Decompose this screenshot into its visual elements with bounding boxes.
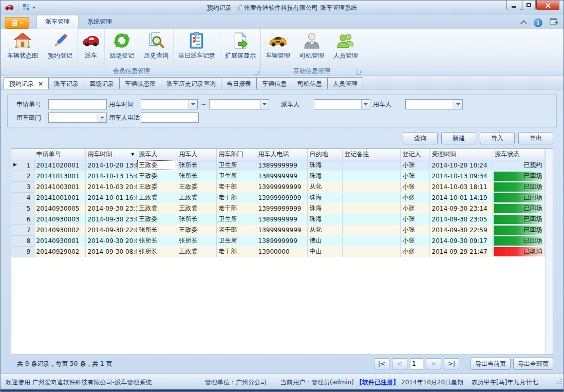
cell-dest[interactable]: 中山 (307, 246, 342, 257)
cell-use-time[interactable]: 2014-10-03 20:00 (85, 181, 137, 192)
order-no-input[interactable] (48, 99, 107, 109)
cell-dispatch-status[interactable]: 已回场 (493, 171, 544, 181)
column-header[interactable]: 受理时间 (429, 149, 493, 160)
cell-dispatcher[interactable]: 王政委 (137, 192, 177, 203)
cell-dispatcher[interactable]: 王政委 (137, 181, 177, 192)
cell-remark[interactable] (342, 225, 400, 235)
cell-registrant[interactable]: 小张 (400, 181, 429, 192)
doc-tab[interactable]: 人员管理 (327, 77, 363, 89)
row-indicator-cell[interactable]: ▶1 (11, 160, 34, 171)
maximize-button[interactable] (522, 1, 536, 10)
cell-dest[interactable]: 从化 (307, 225, 342, 235)
table-row[interactable]: 6201409300032014-09-30 23:00王政委张所长卫生所138… (11, 214, 544, 225)
user-combo[interactable] (405, 99, 463, 109)
chevron-down-icon[interactable] (260, 100, 269, 109)
cell-use-time[interactable]: 2014-09-30 23:00 (85, 214, 137, 225)
cell-accepted[interactable]: 2014-09-30 23:05 (429, 214, 493, 225)
cell-order-no[interactable]: 20141013001 (34, 171, 85, 181)
column-header[interactable]: 目的地 (307, 149, 342, 160)
cell-dispatch-status[interactable]: 已回场 (493, 192, 544, 203)
cell-registrant[interactable]: 小张 (400, 225, 429, 235)
next-page-button[interactable]: > (426, 358, 441, 369)
collapse-ribbon-icon[interactable] (521, 21, 527, 24)
cell-remark[interactable] (342, 181, 400, 192)
cell-remark[interactable] (342, 214, 400, 225)
today-dispatch-records-button[interactable]: 当日派车记录 (173, 29, 220, 67)
quick-access-dropdown-icon[interactable] (32, 7, 35, 9)
column-header[interactable]: 用车部门 (216, 149, 256, 160)
cell-registrant[interactable]: 小张 (400, 160, 429, 171)
vehicle-status-map-button[interactable]: 车辆状态图 (3, 29, 43, 67)
resize-grip[interactable] (556, 378, 562, 384)
reservation-register-button[interactable]: 预约登记 (43, 29, 77, 67)
column-header[interactable]: 用车时间▼ (85, 149, 137, 160)
export-all-pages-button[interactable]: 导出全部页 (513, 358, 553, 370)
cell-remark[interactable] (342, 235, 400, 246)
cell-user[interactable]: 王政委 (177, 203, 216, 214)
return-register-button[interactable]: 回场登记 (104, 29, 139, 67)
new-button[interactable]: 新建 (441, 132, 476, 144)
cell-accepted[interactable]: 2014-09-30 09:17 (429, 235, 493, 246)
cell-dept[interactable]: 老干部 (216, 192, 256, 203)
cell-phone[interactable]: 13999999999 (256, 181, 307, 192)
chevron-down-icon[interactable] (98, 113, 106, 122)
column-header[interactable]: 登记人 (400, 149, 429, 160)
row-indicator-cell[interactable]: 7 (11, 225, 34, 235)
cell-accepted[interactable]: 2014-10-20 10:24 (429, 160, 493, 171)
cell-remark[interactable] (342, 246, 400, 257)
cell-dest[interactable]: 珠海 (307, 160, 342, 171)
cell-dept[interactable]: 老干部 (216, 203, 256, 214)
cell-registrant[interactable]: 小张 (400, 235, 429, 246)
close-tab-icon[interactable]: × (38, 80, 43, 87)
use-time-to-combo[interactable] (209, 99, 269, 109)
table-row[interactable]: 3201410030012014-10-03 20:00王政委王政委老干部139… (11, 181, 544, 192)
info-icon[interactable]: i (534, 18, 542, 27)
column-header[interactable]: 派车状态 (493, 149, 544, 160)
export-button[interactable]: 导出 (518, 132, 553, 144)
cell-phone[interactable]: 1389999999 (256, 235, 307, 246)
cell-dispatcher[interactable]: 张所长 (137, 246, 177, 257)
cell-dept[interactable]: 老干部 (216, 181, 256, 192)
cell-remark[interactable] (342, 160, 400, 171)
dispatch-button[interactable]: 派车 (77, 29, 104, 67)
row-indicator-cell[interactable]: 3 (11, 181, 34, 192)
cell-dept[interactable]: 老干部 (216, 246, 256, 257)
cell-registrant[interactable]: 小张 (400, 192, 429, 203)
cell-dispatch-status[interactable]: 已回场 (493, 203, 544, 214)
cell-dest[interactable]: 珠海 (307, 203, 342, 214)
cell-order-no[interactable]: 20140930003 (34, 214, 85, 225)
cell-remark[interactable] (342, 171, 400, 181)
table-row[interactable]: 2201410130012014-10-13 15:00王政委张所长卫生所138… (11, 171, 544, 181)
cell-order-no[interactable]: 20141020001 (34, 160, 85, 171)
ribbon-tab-dispatch[interactable]: 派车管理 (36, 15, 79, 29)
cell-order-no[interactable]: 20140930001 (34, 235, 85, 246)
cell-dest[interactable]: 从化 (307, 181, 342, 192)
cell-use-time[interactable]: 2014-10-01 16:00 (85, 192, 137, 203)
doc-tab[interactable]: 车辆信息 (256, 77, 292, 89)
cell-user[interactable]: 张所长 (177, 214, 216, 225)
minimize-button[interactable] (506, 1, 521, 10)
column-header[interactable]: 用车人 (177, 149, 216, 160)
doc-tab[interactable]: 预约记录× (4, 77, 49, 89)
cell-dest[interactable]: 珠海 (307, 214, 342, 225)
cell-order-no[interactable]: 20140929002 (34, 246, 85, 257)
cell-dispatch-status[interactable]: 已回场 (493, 235, 544, 246)
cell-registrant[interactable]: 小张 (400, 246, 429, 257)
page-number-input[interactable] (410, 358, 423, 369)
personnel-management-button[interactable]: 人员管理 (329, 29, 363, 67)
license-link[interactable]: 【软件已注册】 (356, 378, 399, 387)
cell-dept[interactable]: 卫生所 (216, 235, 256, 246)
table-row[interactable]: 9201409290022014-09-30 08:00张所长王政委老干部139… (11, 246, 544, 257)
cell-use-time[interactable]: 2014-09-30 22:00 (85, 225, 137, 235)
chevron-down-icon[interactable] (454, 100, 462, 109)
cell-user[interactable]: 张所长 (177, 171, 216, 181)
cell-dispatch-status[interactable]: 已回场 (493, 181, 544, 192)
cell-order-no[interactable]: 20140930002 (34, 225, 85, 235)
cell-use-time[interactable]: 2014-10-13 15:00 (85, 171, 137, 181)
cell-dept[interactable]: 卫生所 (216, 171, 256, 181)
cell-order-no[interactable]: 20141003001 (34, 181, 85, 192)
cell-dept[interactable]: 老干部 (216, 225, 256, 235)
cell-registrant[interactable]: 小张 (400, 214, 429, 225)
doc-tab[interactable]: 派车历史记录查询 (161, 77, 221, 89)
row-indicator-cell[interactable]: 4 (11, 192, 34, 203)
